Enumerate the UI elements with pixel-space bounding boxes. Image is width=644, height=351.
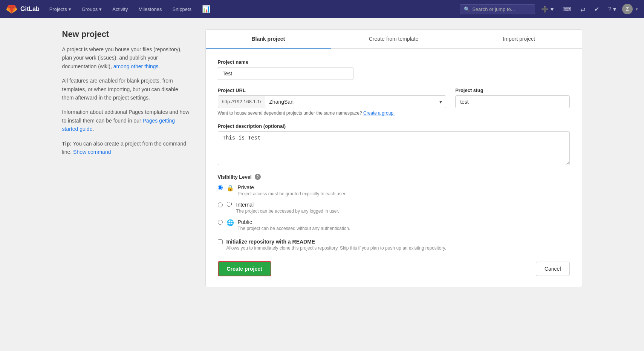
project-name-group: Project name <box>218 59 570 80</box>
namespace-hint: Want to house several dependent projects… <box>218 110 570 116</box>
cancel-button[interactable]: Cancel <box>536 262 570 276</box>
visibility-label: Visibility Level <box>218 174 252 180</box>
create-group-link[interactable]: Create a group. <box>363 110 395 116</box>
nav-projects[interactable]: Projects ▾ <box>46 6 75 12</box>
help-button[interactable]: ? ▾ <box>605 4 619 14</box>
description-textarea[interactable]: This is Test <box>218 131 570 165</box>
page-title: New project <box>62 29 190 39</box>
nav-milestones[interactable]: Milestones <box>135 6 165 12</box>
namespace-select-wrapper: ZhangSan <box>265 96 446 108</box>
project-slug-label: Project slug <box>455 87 569 93</box>
visibility-group: Visibility Level ? 🔒 Private Project acc… <box>218 174 570 231</box>
shield-icon: 🛡 <box>226 202 233 208</box>
visibility-radio-private[interactable] <box>218 185 223 190</box>
sidebar-link-command[interactable]: Show command <box>73 149 111 155</box>
project-slug-input[interactable] <box>455 95 569 108</box>
visibility-private-desc: Project access must be granted explicitl… <box>238 191 570 196</box>
sidebar: New project A project is where you house… <box>62 29 190 287</box>
tab-bar: Blank project Create from template Impor… <box>206 30 582 49</box>
merge-request-button[interactable]: ⇄ <box>577 4 588 14</box>
readme-checkbox[interactable] <box>218 239 223 244</box>
app-name: GitLab <box>20 6 40 12</box>
visibility-internal-title: Internal <box>236 202 570 208</box>
user-avatar[interactable]: Z <box>622 4 633 14</box>
nav-projects-label: Projects <box>49 6 67 12</box>
nav-groups[interactable]: Groups ▾ <box>78 6 106 12</box>
readme-row: Initialize repository with a README Allo… <box>218 239 570 251</box>
sidebar-tip: Tip: You can also create a project from … <box>62 139 190 156</box>
readme-label: Initialize repository with a README <box>226 239 446 245</box>
chevron-down-icon: ▾ <box>99 6 102 12</box>
chevron-down-icon: ▾ <box>69 6 71 12</box>
visibility-radio-public[interactable] <box>218 220 223 225</box>
globe-icon: 🌐 <box>226 219 234 226</box>
nav-snippets-label: Snippets <box>173 6 192 12</box>
page-content: New project A project is where you house… <box>47 18 597 299</box>
project-name-input[interactable] <box>218 67 353 80</box>
visibility-option-internal: 🛡 Internal The project can be accessed b… <box>218 202 570 214</box>
lock-icon: 🔒 <box>226 184 234 192</box>
project-url-group: Project URL http://192.168.1.1/ ZhangSan… <box>218 87 570 116</box>
nav-groups-label: Groups <box>82 6 98 12</box>
avatar-dropdown-icon: ▾ <box>636 7 638 12</box>
sidebar-desc2: All features are enabled for blank proje… <box>62 77 190 102</box>
visibility-option-private: 🔒 Private Project access must be granted… <box>218 184 570 196</box>
project-name-label: Project name <box>218 59 570 65</box>
visibility-private-title: Private <box>238 184 570 190</box>
help-icon[interactable]: ? <box>255 174 261 180</box>
nav-activity-label: Activity <box>112 6 128 12</box>
nav-activity[interactable]: Activity <box>109 6 132 12</box>
sidebar-desc1: A project is where you house your files … <box>62 45 190 71</box>
readme-desc: Allows you to immediately clone this pro… <box>226 245 446 251</box>
create-project-button[interactable]: Create project <box>218 261 271 276</box>
visibility-public-title: Public <box>238 219 570 225</box>
navbar: GitLab Projects ▾ Groups ▾ Activity Mile… <box>0 0 644 18</box>
nav-snippets[interactable]: Snippets <box>169 6 196 12</box>
visibility-public-desc: The project can be accessed without any … <box>238 226 570 231</box>
search-input[interactable] <box>472 6 525 12</box>
visibility-option-public: 🌐 Public The project can be accessed wit… <box>218 219 570 231</box>
navbar-search-wrapper: 🔍 <box>460 4 535 14</box>
main-panel: Blank project Create from template Impor… <box>205 29 582 287</box>
project-url-input-group: http://192.168.1.1/ ZhangSan <box>218 95 447 108</box>
project-url-section: Project URL http://192.168.1.1/ ZhangSan <box>218 87 447 108</box>
gitlab-logo[interactable]: GitLab <box>6 3 40 15</box>
sidebar-desc3: Information about additional Pages templ… <box>62 108 190 133</box>
tab-import-project[interactable]: Import project <box>456 30 582 49</box>
tab-blank-project[interactable]: Blank project <box>206 30 331 49</box>
visibility-internal-desc: The project can be accessed by any logge… <box>236 208 570 214</box>
description-label: Project description (optional) <box>218 123 570 129</box>
nav-milestones-label: Milestones <box>138 6 162 12</box>
nav-chart-icon[interactable]: 📊 <box>198 5 214 13</box>
issues-button[interactable]: ✔ <box>591 4 602 14</box>
sidebar-link-things[interactable]: among other things <box>113 63 159 69</box>
form-actions: Create project Cancel <box>218 261 570 276</box>
description-group: Project description (optional) This is T… <box>218 123 570 166</box>
namespace-select[interactable]: ZhangSan <box>265 96 446 108</box>
new-item-button[interactable]: ➕ ▾ <box>538 4 556 14</box>
keyboard-shortcut-button[interactable]: ⌨ <box>560 4 574 14</box>
tab-create-from-template[interactable]: Create from template <box>331 30 456 49</box>
visibility-radio-internal[interactable] <box>218 202 223 207</box>
visibility-header: Visibility Level ? <box>218 174 570 180</box>
url-prefix: http://192.168.1.1/ <box>218 96 266 108</box>
project-url-label: Project URL <box>218 87 447 93</box>
project-form: Project name Project URL http://192.168.… <box>206 49 582 287</box>
project-slug-section: Project slug <box>455 87 569 108</box>
search-icon: 🔍 <box>464 6 470 12</box>
